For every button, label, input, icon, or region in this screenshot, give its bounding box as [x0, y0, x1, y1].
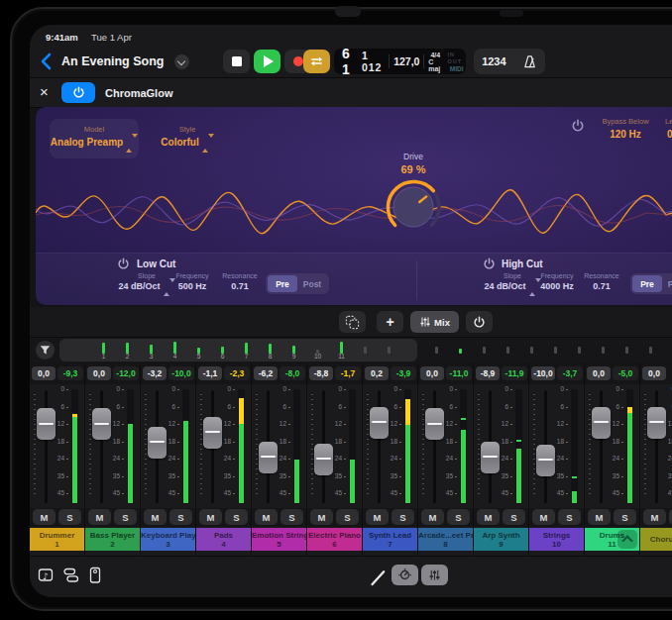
- volume-value[interactable]: 0,0: [420, 366, 444, 380]
- fader-handle[interactable]: [314, 444, 333, 475]
- filter-button[interactable]: [36, 341, 55, 360]
- plugin-slot-icon[interactable]: [86, 567, 104, 584]
- fader-handle[interactable]: [37, 408, 56, 440]
- peak-value[interactable]: -2,3: [224, 366, 250, 380]
- solo-button[interactable]: S: [114, 509, 137, 525]
- fader-handle[interactable]: [647, 407, 666, 439]
- track-name-bar[interactable]: Arp Synth9: [474, 528, 528, 551]
- post-segment[interactable]: Post: [297, 275, 327, 292]
- level-control[interactable]: Level 0.0: [644, 117, 672, 151]
- drive-knob[interactable]: [385, 178, 442, 236]
- solo-button[interactable]: S: [169, 509, 192, 525]
- mute-button[interactable]: M: [199, 509, 222, 525]
- model-select[interactable]: Model Analog Preamp: [50, 119, 139, 158]
- song-title[interactable]: An Evening Song: [61, 54, 164, 68]
- solo-button[interactable]: S: [447, 509, 470, 525]
- song-menu-button[interactable]: [174, 54, 189, 69]
- volume-value[interactable]: -3,2: [143, 366, 167, 380]
- solo-button[interactable]: S: [503, 509, 525, 525]
- add-track-button[interactable]: +: [377, 311, 403, 333]
- mute-button[interactable]: M: [310, 509, 333, 525]
- solo-button[interactable]: S: [280, 509, 303, 525]
- lcd-display[interactable]: 6 1 1 012 127,0 4/4 C maj IN OUT MIDI: [334, 49, 466, 74]
- mute-button[interactable]: M: [88, 509, 111, 525]
- pre-segment[interactable]: Pre: [268, 275, 297, 292]
- low-cut-resonance[interactable]: Resonance 0.71: [209, 272, 271, 291]
- track-name-bar[interactable]: Synth Lead7: [363, 528, 417, 551]
- track-name-bar[interactable]: Bass Player2: [85, 528, 140, 551]
- volume-value[interactable]: -6,2: [254, 366, 278, 380]
- track-name-bar[interactable]: Keyboard Player3: [141, 528, 195, 551]
- plugins-stack-icon[interactable]: [62, 567, 80, 584]
- solo-button[interactable]: S: [558, 509, 581, 525]
- mute-button[interactable]: M: [33, 509, 56, 525]
- peak-value[interactable]: -1,7: [335, 366, 361, 380]
- stop-button[interactable]: [223, 50, 250, 73]
- peak-value[interactable]: -8,0: [280, 366, 305, 380]
- mixer-power-button[interactable]: [466, 311, 493, 333]
- volume-value[interactable]: 0,0: [32, 366, 56, 380]
- style-select[interactable]: Style Colorful: [153, 119, 222, 158]
- volume-value[interactable]: -10,0: [531, 366, 555, 380]
- volume-value[interactable]: 0,2: [365, 366, 389, 380]
- track-name-bar[interactable]: Emotion Strings5: [252, 528, 306, 551]
- track-name-bar[interactable]: Drums11: [585, 528, 639, 551]
- peak-value[interactable]: -12,0: [113, 366, 139, 380]
- plugin-power-toggle[interactable]: [61, 82, 95, 103]
- fader-handle[interactable]: [481, 442, 500, 473]
- close-plugin-icon[interactable]: ×: [40, 82, 49, 102]
- count-in-button[interactable]: 1234: [482, 55, 505, 67]
- solo-button[interactable]: S: [614, 509, 636, 525]
- mute-button[interactable]: M: [421, 509, 444, 525]
- post-segment[interactable]: Post: [662, 275, 672, 292]
- track-name-bar[interactable]: Chorus V: [640, 528, 672, 551]
- cycle-button[interactable]: [303, 50, 330, 73]
- peak-value[interactable]: -3,9: [391, 366, 416, 380]
- mix-view-button[interactable]: Mix: [410, 311, 459, 333]
- peak-value[interactable]: -5,0: [613, 366, 638, 380]
- track-name-bar[interactable]: Drummer1: [30, 528, 84, 551]
- fader-handle[interactable]: [536, 445, 555, 476]
- mute-button[interactable]: M: [477, 509, 500, 525]
- peak-value[interactable]: -11,9: [502, 366, 527, 380]
- low-cut-power-icon[interactable]: [117, 258, 130, 270]
- peak-value[interactable]: -9,3: [57, 366, 83, 380]
- solo-button[interactable]: S: [58, 509, 81, 525]
- bypass-power-icon[interactable]: [571, 119, 585, 133]
- track-name-bar[interactable]: Strings10: [529, 528, 584, 551]
- high-cut-resonance[interactable]: Resonance 0.71: [571, 272, 632, 291]
- fader-handle[interactable]: [259, 442, 278, 473]
- track-name-bar[interactable]: Electric Piano6: [307, 528, 362, 551]
- track-name-bar[interactable]: Arcade...eet Pad8: [418, 528, 473, 551]
- collapse-chevron-button[interactable]: [617, 530, 637, 549]
- back-button[interactable]: [38, 52, 56, 71]
- high-cut-pre-post-toggle[interactable]: Pre Post: [630, 273, 672, 294]
- peak-value[interactable]: -10,0: [168, 366, 194, 380]
- volume-value[interactable]: 0,0: [642, 366, 666, 380]
- mute-button[interactable]: M: [366, 509, 389, 525]
- fader-handle[interactable]: [92, 408, 111, 440]
- peak-value[interactable]: -3,7: [557, 366, 583, 380]
- faders-view-button[interactable]: [421, 565, 448, 585]
- play-button[interactable]: [254, 50, 280, 73]
- controls-view-button[interactable]: [392, 565, 418, 585]
- track-name-bar[interactable]: Pads4: [196, 528, 251, 551]
- volume-value[interactable]: 0,0: [587, 366, 611, 380]
- solo-button[interactable]: S: [336, 509, 359, 525]
- volume-value[interactable]: 0,0: [87, 366, 111, 380]
- solo-button[interactable]: S: [225, 509, 248, 525]
- mute-button[interactable]: M: [532, 509, 555, 525]
- cycle-region-button[interactable]: [339, 311, 366, 333]
- metronome-icon[interactable]: [522, 54, 537, 69]
- volume-value[interactable]: -8,8: [309, 366, 333, 380]
- low-cut-pre-post-toggle[interactable]: Pre Post: [266, 273, 329, 294]
- mute-button[interactable]: M: [588, 509, 611, 525]
- mute-button[interactable]: M: [643, 509, 666, 525]
- peak-value[interactable]: -11,0: [446, 366, 472, 380]
- fader-handle[interactable]: [592, 407, 611, 439]
- mute-button[interactable]: M: [255, 509, 278, 525]
- pencil-icon[interactable]: [370, 568, 388, 586]
- track-overview-strip[interactable]: 1234567891011: [30, 338, 672, 362]
- fader-handle[interactable]: [425, 408, 444, 440]
- fader-handle[interactable]: [148, 427, 167, 459]
